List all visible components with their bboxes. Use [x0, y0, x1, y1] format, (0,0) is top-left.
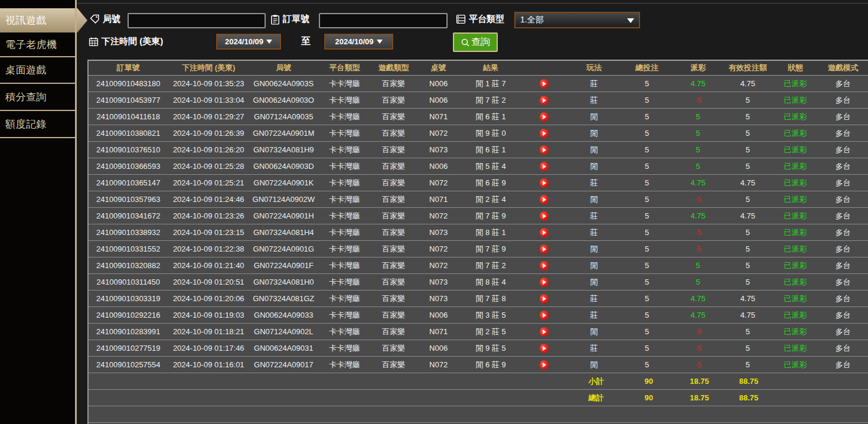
play-video-icon[interactable]: [540, 129, 549, 138]
sidebar-item-video-games[interactable]: 視訊遊戲: [0, 8, 87, 32]
cell-order-no: 241009010320882: [89, 261, 168, 270]
cell-total-bet: 5: [621, 178, 674, 187]
play-video-icon[interactable]: [540, 112, 549, 122]
cell-bet-time: 2024-10-09 01:18:21: [168, 327, 249, 336]
cell-game-type: 百家樂: [371, 343, 416, 354]
play-video-icon[interactable]: [540, 244, 549, 254]
cell-wager: 閒: [567, 145, 621, 155]
cell-valid-bet: 5: [723, 195, 773, 204]
cell-game-mode: 多台: [818, 178, 867, 188]
cell-round-no: GN07124A09035: [249, 112, 318, 121]
date-to-picker[interactable]: 2024/10/09: [324, 34, 393, 50]
date-from-picker[interactable]: 2024/10/09: [216, 34, 281, 50]
cell-order-no: 241009010453977: [89, 96, 168, 105]
cell-round-no: GN00624A0903D: [249, 162, 318, 171]
cell-wager: 莊: [567, 343, 621, 354]
play-video-icon[interactable]: [540, 360, 549, 370]
sidebar-divider: [0, 83, 75, 84]
cell-valid-bet: 5: [723, 360, 773, 369]
cell-wager: 閒: [567, 194, 621, 205]
cell-game-type: 百家樂: [371, 260, 416, 271]
table-row: 241009010331552 2024-10-09 01:22:38 GN07…: [89, 241, 868, 257]
play-video-icon[interactable]: [540, 96, 549, 105]
play-video-icon[interactable]: [540, 195, 549, 204]
cell-platform: 卡卡灣廳: [318, 145, 371, 155]
sidebar-divider: [0, 56, 75, 57]
play-video-icon[interactable]: [540, 145, 549, 155]
cell-result: 閒 7 莊 9: [461, 211, 520, 221]
round-no-input[interactable]: [128, 13, 266, 28]
cell-payout: -5: [674, 360, 723, 369]
cell-game-type: 百家樂: [371, 277, 416, 288]
cell-result: 閒 2 莊 4: [461, 194, 520, 205]
cell-valid-bet: 4.75: [723, 311, 773, 319]
cell-round-no: GN00624A09033: [249, 311, 318, 319]
cell-platform: 卡卡灣廳: [318, 95, 371, 106]
cell-payout: 5: [674, 278, 723, 286]
chevron-down-icon: [377, 40, 383, 44]
sidebar-border: [75, 0, 77, 424]
cell-game-mode: 多台: [818, 79, 867, 89]
cell-order-no: 241009010365147: [89, 178, 168, 187]
cell-table-no: N072: [416, 178, 461, 187]
search-button[interactable]: 查詢: [453, 32, 498, 52]
platform-type-label: 平台類型: [456, 14, 504, 25]
cell-game-mode: 多台: [818, 128, 867, 139]
cell-payout: 4.75: [674, 294, 723, 303]
cell-wager: 閒: [567, 277, 621, 288]
order-no-input[interactable]: [319, 13, 448, 28]
play-video-icon[interactable]: [540, 294, 549, 304]
cell-bet-time: 2024-10-09 01:25:28: [168, 162, 249, 171]
sidebar-item-points-query[interactable]: 積分查詢: [0, 84, 75, 110]
platform-type-select[interactable]: 1.全部: [514, 12, 640, 28]
cell-wager: 閒: [567, 327, 621, 337]
cell-round-no: GN07124A0902W: [249, 195, 318, 204]
cell-payout: -5: [674, 96, 723, 105]
cell-platform: 卡卡灣廳: [318, 194, 371, 205]
play-video-icon[interactable]: [540, 79, 549, 89]
sidebar-item-slot-machines[interactable]: 電子老虎機: [0, 32, 75, 57]
cell-platform: 卡卡灣廳: [318, 227, 371, 238]
cell-game-type: 百家樂: [371, 194, 416, 205]
col-header-status: 狀態: [773, 63, 818, 73]
cell-table-no: N073: [416, 145, 461, 154]
play-video-icon[interactable]: [540, 211, 549, 221]
cell-game-mode: 多台: [818, 145, 867, 155]
play-video-icon[interactable]: [540, 228, 549, 237]
cell-status: 已派彩: [773, 310, 818, 321]
sidebar-item-table-games[interactable]: 桌面遊戲: [0, 57, 75, 83]
cell-payout: -5: [674, 195, 723, 204]
cell-total-bet: 5: [621, 228, 674, 237]
cell-result: 閒 6 莊 9: [461, 178, 520, 188]
cell-total-bet: 5: [621, 195, 674, 204]
cell-table-no: N072: [416, 360, 461, 369]
clipboard-icon: [270, 14, 280, 25]
play-video-icon[interactable]: [540, 178, 549, 188]
play-video-icon[interactable]: [540, 162, 549, 171]
cell-payout: -5: [674, 327, 723, 336]
cell-total-bet: 5: [621, 96, 674, 105]
cell-table-no: N006: [416, 162, 461, 171]
cell-bet-time: 2024-10-09 01:23:26: [168, 211, 249, 220]
play-video-icon[interactable]: [540, 261, 549, 270]
sidebar-item-credit-records[interactable]: 額度記錄: [0, 111, 75, 137]
sidebar-divider: [0, 110, 75, 111]
cell-round-no: GN07324A081H4: [249, 228, 318, 237]
play-video-icon[interactable]: [540, 327, 549, 337]
cell-payout: -5: [674, 228, 723, 237]
cell-game-mode: 多台: [818, 277, 867, 288]
cell-bet-time: 2024-10-09 01:19:03: [168, 311, 249, 319]
cell-status: 已派彩: [773, 244, 818, 255]
cell-platform: 卡卡灣廳: [318, 128, 371, 139]
cell-game-mode: 多台: [818, 244, 867, 255]
cell-total-bet: 5: [621, 278, 674, 286]
cell-order-no: 241009010357963: [89, 195, 168, 204]
cell-order-no: 241009010483180: [89, 79, 168, 88]
play-video-icon[interactable]: [540, 278, 549, 287]
play-video-icon[interactable]: [540, 344, 549, 353]
cell-bet-time: 2024-10-09 01:35:23: [168, 79, 249, 88]
cell-total-bet: 5: [621, 162, 674, 171]
play-video-icon[interactable]: [540, 311, 549, 320]
table-row: 241009010366593 2024-10-09 01:25:28 GN00…: [89, 158, 868, 175]
cell-round-no: GN07224A09017: [249, 360, 318, 369]
